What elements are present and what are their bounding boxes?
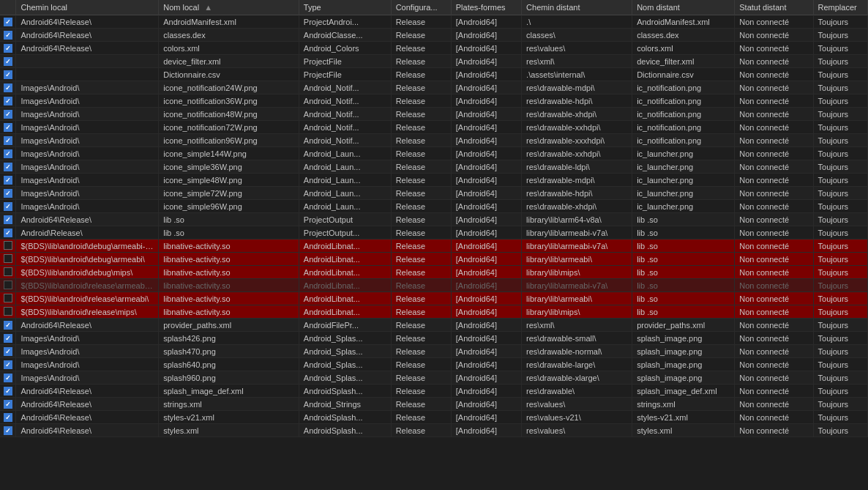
- row-checkbox-cell[interactable]: [0, 55, 16, 68]
- row-checkbox[interactable]: [4, 400, 12, 409]
- row-checkbox[interactable]: [4, 426, 12, 435]
- row-checkbox-cell[interactable]: [0, 226, 16, 240]
- row-checkbox[interactable]: [4, 18, 12, 26]
- row-checkbox[interactable]: [4, 360, 12, 369]
- row-checkbox-cell[interactable]: [0, 398, 16, 411]
- row-checkbox-cell[interactable]: [0, 279, 16, 292]
- row-checkbox[interactable]: [4, 229, 12, 237]
- table-row[interactable]: $(BDS)\lib\android\release\armeabi-v7a\l…: [0, 279, 868, 292]
- row-checkbox-cell[interactable]: [0, 174, 16, 187]
- row-checkbox[interactable]: [4, 267, 12, 276]
- row-checkbox-cell[interactable]: [0, 424, 16, 437]
- table-row[interactable]: Images\Android\splash426.pngAndroid_Spla…: [0, 332, 868, 345]
- row-checkbox[interactable]: [4, 31, 12, 40]
- row-checkbox-cell[interactable]: [0, 42, 16, 55]
- row-checkbox[interactable]: [4, 70, 12, 79]
- table-row[interactable]: Android64\Release\colors.xmlAndroid_Colo…: [0, 42, 868, 55]
- row-checkbox[interactable]: [4, 294, 12, 302]
- row-checkbox-cell[interactable]: [0, 187, 16, 200]
- row-checkbox-cell[interactable]: [0, 305, 16, 319]
- row-checkbox[interactable]: [4, 347, 12, 356]
- row-checkbox-cell[interactable]: [0, 253, 16, 266]
- table-row[interactable]: Images\Android\icone_notification24W.png…: [0, 81, 868, 94]
- col-statut[interactable]: Statut distant: [735, 0, 813, 15]
- table-row[interactable]: Images\Android\splash470.pngAndroid_Spla…: [0, 345, 868, 358]
- row-checkbox-cell[interactable]: [0, 68, 16, 81]
- table-row[interactable]: Android64\Release\styles.xmlAndroidSplas…: [0, 424, 868, 437]
- table-row[interactable]: Images\Android\splash640.pngAndroid_Spla…: [0, 358, 868, 371]
- col-type[interactable]: Type: [299, 0, 391, 15]
- row-checkbox-cell[interactable]: [0, 332, 16, 345]
- table-row[interactable]: $(BDS)\lib\android\debug\armeabi\libnati…: [0, 253, 868, 266]
- row-checkbox-cell[interactable]: [0, 121, 16, 134]
- table-row[interactable]: $(BDS)\lib\android\release\armeabi\libna…: [0, 292, 868, 305]
- table-row[interactable]: Images\Android\icone_notification36W.png…: [0, 94, 868, 108]
- table-row[interactable]: Android\Release\lib .soProjectOutput...R…: [0, 226, 868, 240]
- row-checkbox[interactable]: [4, 44, 12, 53]
- col-nom-local[interactable]: Nom local ▲: [159, 0, 299, 15]
- table-row[interactable]: Images\Android\icone_simple144W.pngAndro…: [0, 147, 868, 160]
- row-checkbox[interactable]: [4, 57, 12, 66]
- table-row[interactable]: Images\Android\icone_notification48W.png…: [0, 108, 868, 121]
- row-checkbox-cell[interactable]: [0, 345, 16, 358]
- table-row[interactable]: Images\Android\icone_notification96W.png…: [0, 134, 868, 147]
- row-checkbox[interactable]: [4, 307, 12, 316]
- row-checkbox[interactable]: [4, 334, 12, 343]
- col-chemin-distant[interactable]: Chemin distant: [522, 0, 632, 15]
- row-checkbox[interactable]: [4, 149, 12, 158]
- row-checkbox[interactable]: [4, 97, 12, 105]
- table-row[interactable]: Dictionnaire.csvProjectFileRelease[Andro…: [0, 68, 868, 81]
- row-checkbox-cell[interactable]: [0, 240, 16, 253]
- row-checkbox[interactable]: [4, 374, 12, 382]
- row-checkbox[interactable]: [4, 163, 12, 171]
- table-row[interactable]: $(BDS)\lib\android\debug\mips\libnative-…: [0, 266, 868, 279]
- col-plates[interactable]: Plates-formes: [451, 0, 521, 15]
- row-checkbox[interactable]: [4, 413, 12, 422]
- row-checkbox-cell[interactable]: [0, 29, 16, 42]
- table-row[interactable]: Android64\Release\AndroidManifest.xmlPro…: [0, 15, 868, 29]
- row-checkbox-cell[interactable]: [0, 213, 16, 226]
- row-checkbox[interactable]: [4, 254, 12, 263]
- row-checkbox-cell[interactable]: [0, 147, 16, 160]
- table-row[interactable]: Images\Android\icone_simple96W.pngAndroi…: [0, 200, 868, 213]
- row-checkbox-cell[interactable]: [0, 371, 16, 385]
- table-row[interactable]: $(BDS)\lib\android\debug\armeabi-v7a\lib…: [0, 240, 868, 253]
- row-checkbox-cell[interactable]: [0, 358, 16, 371]
- table-row[interactable]: Images\Android\icone_simple36W.pngAndroi…: [0, 160, 868, 174]
- col-config[interactable]: Configura...: [391, 0, 451, 15]
- table-row[interactable]: Android64\Release\styles-v21.xmlAndroidS…: [0, 411, 868, 424]
- table-row[interactable]: Android64\Release\strings.xmlAndroid_Str…: [0, 398, 868, 411]
- row-checkbox-cell[interactable]: [0, 200, 16, 213]
- table-row[interactable]: Images\Android\icone_notification72W.png…: [0, 121, 868, 134]
- row-checkbox[interactable]: [4, 215, 12, 224]
- row-checkbox[interactable]: [4, 123, 12, 132]
- table-row[interactable]: Android64\Release\splash_image_def.xmlAn…: [0, 385, 868, 398]
- row-checkbox[interactable]: [4, 321, 12, 330]
- table-row[interactable]: Android64\Release\provider_paths.xmlAndr…: [0, 319, 868, 332]
- row-checkbox-cell[interactable]: [0, 292, 16, 305]
- row-checkbox-cell[interactable]: [0, 266, 16, 279]
- row-checkbox-cell[interactable]: [0, 94, 16, 108]
- row-checkbox[interactable]: [4, 387, 12, 396]
- row-checkbox-cell[interactable]: [0, 160, 16, 174]
- col-nom-distant[interactable]: Nom distant: [632, 0, 735, 15]
- row-checkbox-cell[interactable]: [0, 108, 16, 121]
- file-table-container[interactable]: Chemin local Nom local ▲ Type Configura.…: [0, 0, 868, 490]
- row-checkbox[interactable]: [4, 281, 12, 289]
- row-checkbox[interactable]: [4, 176, 12, 185]
- table-row[interactable]: Android64\Release\lib .soProjectOutputRe…: [0, 213, 868, 226]
- row-checkbox[interactable]: [4, 110, 12, 119]
- table-row[interactable]: Android64\Release\classes.dexAndroidClas…: [0, 29, 868, 42]
- col-remplacer[interactable]: Remplacer: [813, 0, 867, 15]
- table-row[interactable]: Images\Android\icone_simple72W.pngAndroi…: [0, 187, 868, 200]
- row-checkbox[interactable]: [4, 83, 12, 92]
- row-checkbox[interactable]: [4, 241, 12, 250]
- row-checkbox-cell[interactable]: [0, 319, 16, 332]
- row-checkbox[interactable]: [4, 202, 12, 211]
- row-checkbox-cell[interactable]: [0, 81, 16, 94]
- row-checkbox[interactable]: [4, 136, 12, 145]
- table-row[interactable]: Images\Android\icone_simple48W.pngAndroi…: [0, 174, 868, 187]
- row-checkbox-cell[interactable]: [0, 15, 16, 29]
- row-checkbox-cell[interactable]: [0, 411, 16, 424]
- row-checkbox-cell[interactable]: [0, 385, 16, 398]
